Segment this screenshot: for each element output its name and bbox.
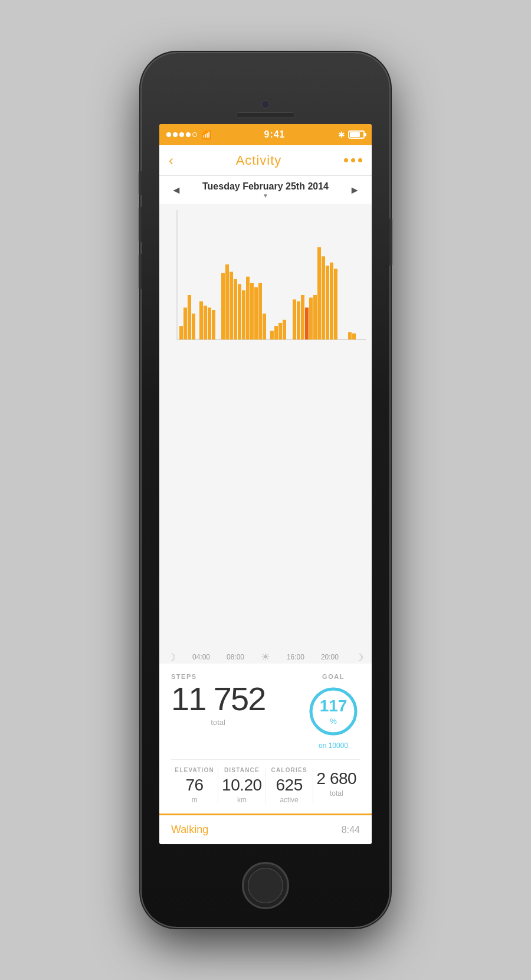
more-dot-2: [351, 158, 355, 162]
calories-total-unit: total: [330, 789, 343, 798]
more-dot-1: [344, 158, 348, 162]
moon-icon-right: ☽: [355, 652, 363, 663]
bluetooth-icon: ✱: [338, 130, 345, 139]
calories-active-stat: CALORIES 625 active: [266, 767, 313, 804]
home-button-inner: [248, 868, 283, 903]
svg-rect-8: [208, 308, 211, 339]
goal-circle: 117 %: [307, 685, 360, 738]
goal-block: GOAL 117 % on 10000: [307, 673, 360, 750]
signal-dot-2: [173, 132, 178, 137]
svg-rect-15: [242, 290, 245, 339]
phone-top: [142, 53, 389, 124]
signal-dot-1: [166, 132, 171, 137]
svg-rect-4: [188, 295, 191, 339]
calories-total-value: 2 680: [317, 769, 357, 788]
walking-row[interactable]: Walking 8:44: [159, 814, 372, 844]
activity-chart: [165, 210, 366, 648]
wifi-icon: 📶: [201, 130, 211, 139]
moon-icon-left: ☽: [168, 652, 176, 663]
svg-rect-26: [297, 301, 300, 339]
goal-percentage: 117 %: [320, 697, 348, 726]
calories-label: CALORIES: [271, 767, 307, 773]
svg-rect-24: [283, 320, 286, 339]
status-bar: 📶 9:41 ✱: [159, 124, 372, 145]
distance-stat: DISTANCE 10.20 km: [218, 767, 266, 804]
goal-on-label: on 10000: [319, 741, 348, 750]
elevation-stat: ELEVATION 76 m: [171, 767, 218, 804]
steps-label: STEPS: [171, 673, 265, 680]
status-right: ✱: [338, 130, 365, 139]
more-button[interactable]: [344, 158, 362, 162]
goal-label: GOAL: [322, 673, 345, 680]
nav-bar: ‹ Activity: [159, 145, 372, 176]
svg-rect-32: [322, 256, 325, 339]
svg-rect-27: [301, 295, 304, 339]
svg-rect-14: [238, 284, 241, 339]
svg-rect-36: [348, 332, 352, 340]
time-labels: ☽ 04:00 08:00 ☀ 16:00 20:00 ☽: [165, 648, 366, 664]
svg-rect-6: [199, 301, 203, 339]
svg-rect-28: [305, 308, 309, 339]
steps-sublabel: total: [171, 718, 265, 727]
svg-rect-30: [313, 295, 317, 339]
sun-icon: ☀: [261, 651, 270, 664]
back-button[interactable]: ‹: [169, 152, 173, 169]
time-label-4: 04:00: [192, 653, 210, 661]
svg-rect-9: [212, 310, 215, 339]
chart-area: ☽ 04:00 08:00 ☀ 16:00 20:00 ☽: [159, 204, 372, 664]
distance-label: DISTANCE: [224, 767, 260, 773]
home-button[interactable]: [242, 862, 289, 909]
status-time: 9:41: [264, 129, 285, 140]
bar-chart-svg: [165, 210, 366, 352]
side-button-mute: [139, 171, 142, 195]
elevation-unit: m: [192, 796, 198, 804]
calories-total-stat: 2 680 total: [313, 767, 360, 804]
elevation-value: 76: [186, 776, 204, 795]
signal-dot-3: [179, 132, 184, 137]
time-label-20: 20:00: [321, 653, 339, 661]
battery-icon: [348, 130, 365, 139]
phone-shell: 📶 9:41 ✱ ‹ Activity ◄ Tuesday: [142, 53, 389, 927]
date-text: Tuesday February 25th 2014: [202, 181, 329, 192]
stats-top: STEPS 11 752 total GOAL 117: [171, 673, 360, 750]
phone-bottom: [242, 844, 289, 927]
speaker: [236, 112, 295, 118]
goal-value-display: 117 %: [320, 697, 348, 726]
svg-rect-34: [330, 263, 333, 339]
svg-rect-35: [334, 269, 337, 339]
stats-bottom: ELEVATION 76 m DISTANCE 10.20 km CALORIE…: [171, 759, 360, 804]
more-dot-3: [358, 158, 362, 162]
svg-rect-25: [293, 299, 296, 339]
stats-section: STEPS 11 752 total GOAL 117: [159, 664, 372, 814]
goal-pct-symbol: %: [330, 717, 337, 726]
svg-rect-23: [278, 323, 282, 339]
distance-value: 10.20: [222, 776, 262, 795]
svg-rect-17: [250, 283, 254, 339]
svg-rect-5: [192, 313, 195, 339]
svg-rect-21: [270, 331, 274, 340]
svg-rect-29: [309, 298, 313, 339]
svg-rect-10: [221, 273, 225, 339]
date-prev-button[interactable]: ◄: [171, 184, 182, 197]
date-caret-icon: ▼: [263, 192, 268, 199]
distance-unit: km: [237, 796, 247, 804]
time-label-8: 08:00: [227, 653, 244, 661]
side-button-vol-down: [139, 254, 142, 289]
walking-time: 8:44: [342, 825, 360, 835]
goal-pct-number: 117: [320, 697, 348, 715]
camera: [261, 100, 270, 109]
steps-value: 11 752: [171, 682, 265, 716]
calories-active-value: 625: [276, 776, 303, 795]
svg-rect-31: [317, 247, 321, 340]
side-button-power: [389, 218, 392, 266]
svg-rect-3: [183, 308, 187, 339]
date-bar: ◄ Tuesday February 25th 2014 ▼ ►: [159, 176, 372, 204]
status-signal: 📶: [166, 130, 211, 139]
svg-rect-7: [204, 306, 207, 339]
date-display[interactable]: Tuesday February 25th 2014 ▼: [202, 181, 329, 199]
screen: 📶 9:41 ✱ ‹ Activity ◄ Tuesday: [159, 124, 372, 844]
svg-rect-22: [274, 326, 278, 339]
date-next-button[interactable]: ►: [349, 184, 360, 197]
walking-label: Walking: [171, 824, 208, 836]
svg-rect-19: [258, 283, 262, 339]
